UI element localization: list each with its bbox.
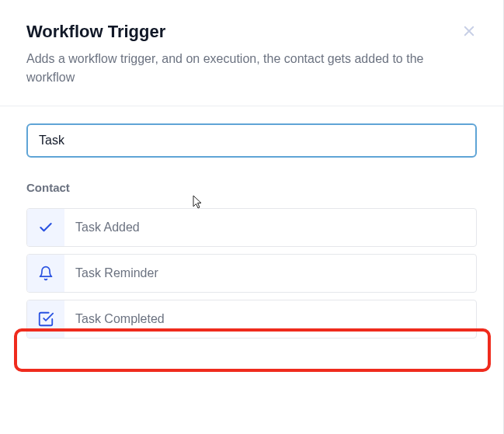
section-label: Contact xyxy=(26,181,477,194)
workflow-trigger-panel: Workflow Trigger Adds a workflow trigger… xyxy=(0,0,504,434)
panel-description: Adds a workflow trigger, and on executio… xyxy=(26,50,461,87)
panel-header: Workflow Trigger Adds a workflow trigger… xyxy=(0,0,503,106)
trigger-option-label: Task Completed xyxy=(64,312,165,326)
close-button[interactable] xyxy=(458,20,480,42)
trigger-option-task-added[interactable]: Task Added xyxy=(26,208,477,247)
panel-title: Workflow Trigger xyxy=(26,22,477,42)
trigger-option-label: Task Added xyxy=(64,220,140,234)
trigger-option-label: Task Reminder xyxy=(64,266,158,280)
search-input[interactable] xyxy=(26,123,477,158)
panel-body: Contact Task Added Task Reminder xyxy=(0,106,503,339)
check-icon xyxy=(27,209,64,246)
close-icon xyxy=(462,24,476,38)
trigger-option-task-completed[interactable]: Task Completed xyxy=(26,300,477,339)
bell-icon xyxy=(27,255,64,292)
checkbox-checked-icon xyxy=(27,300,64,338)
trigger-option-task-reminder[interactable]: Task Reminder xyxy=(26,254,477,293)
trigger-option-list: Task Added Task Reminder xyxy=(26,208,477,339)
